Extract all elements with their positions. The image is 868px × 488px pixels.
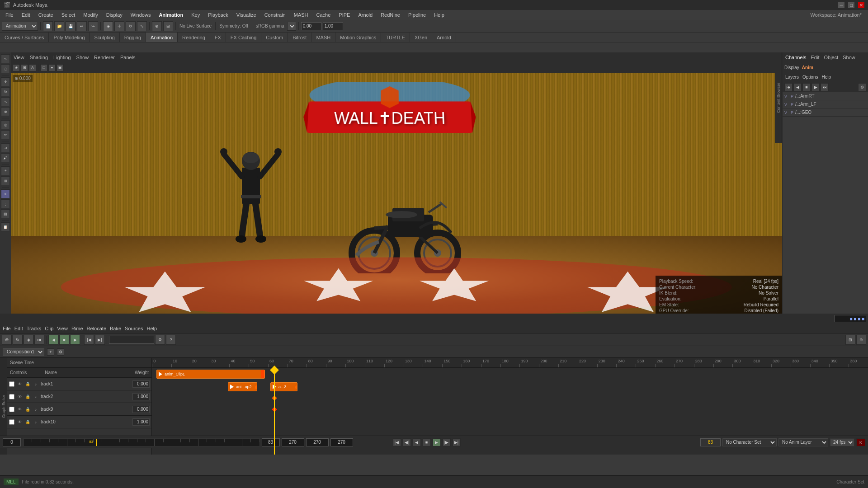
step-fwd[interactable]: |▶	[443, 438, 451, 446]
edit-tab[interactable]: Edit	[811, 55, 819, 60]
trax-menu-edit[interactable]: Edit	[14, 326, 23, 331]
track1-mute-icon[interactable]: ♪	[33, 381, 39, 387]
track10-checkbox[interactable]	[9, 419, 14, 425]
track9-mute-icon[interactable]: ♪	[33, 406, 39, 413]
tab-turtle[interactable]: TURTLE	[381, 33, 410, 42]
tab-xgen[interactable]: XGen	[410, 33, 432, 42]
tab-sculpting[interactable]: Sculpting	[90, 33, 120, 42]
menu-cache[interactable]: Cache	[313, 11, 335, 19]
track1-eye-icon[interactable]: 👁	[16, 381, 23, 387]
tab-motion-graphics[interactable]: Motion Graphics	[335, 33, 381, 42]
animation-mode-dropdown[interactable]: Animation	[2, 22, 38, 31]
attr-editor-btn[interactable]: 📋	[1, 222, 10, 231]
frame-scrubber[interactable]: 83	[23, 438, 260, 446]
trax-help[interactable]: ?	[166, 335, 176, 345]
trax-grid-toggle[interactable]: ⊞	[845, 335, 855, 345]
shelf-snap[interactable]: ⊕	[152, 21, 162, 31]
move-tool[interactable]: ✛	[1, 77, 10, 86]
track2-lock-icon[interactable]: 🔒	[24, 394, 31, 400]
menu-key[interactable]: Key	[188, 11, 203, 19]
tab-bifrost[interactable]: Bifrost	[288, 33, 311, 42]
trax-select-all[interactable]: ◈	[24, 335, 33, 345]
shelf-save[interactable]: 💾	[66, 21, 75, 31]
menu-select[interactable]: Select	[58, 11, 79, 19]
minimize-button[interactable]: ─	[838, 2, 844, 8]
viewport-menu-lighting[interactable]: Lighting	[53, 55, 71, 60]
viewport-menu-view[interactable]: View	[14, 55, 24, 60]
trax-options[interactable]: ⚙	[155, 335, 165, 345]
trax-menu-clip[interactable]: Clip	[45, 326, 53, 331]
trax-next-frame[interactable]: ▶|	[95, 335, 105, 345]
ch-p-1[interactable]: P	[791, 94, 795, 99]
menu-animation[interactable]: Animation	[155, 11, 187, 19]
track2-checkbox[interactable]	[9, 394, 14, 399]
maximize-button[interactable]: □	[848, 2, 854, 8]
ch-v-1[interactable]: V	[784, 94, 791, 99]
track10-lock-icon[interactable]: 🔒	[24, 419, 31, 425]
track9-checkbox[interactable]	[9, 407, 14, 412]
trax-comp-options[interactable]: ⚙	[57, 348, 64, 356]
shelf-rotate[interactable]: ↻	[126, 21, 136, 31]
trax-key-prev[interactable]: ⏮	[34, 335, 44, 345]
track9-weight[interactable]	[132, 406, 150, 413]
ch-p-3[interactable]: P	[791, 110, 795, 115]
shelf-move[interactable]: ✛	[114, 21, 124, 31]
go-to-start[interactable]: |◀	[393, 438, 401, 446]
vp-smooth[interactable]: ●	[48, 64, 56, 71]
track9-lock-icon[interactable]: 🔒	[24, 406, 31, 413]
vp-select-camera[interactable]: ◈	[13, 64, 20, 71]
trax-menu-sources[interactable]: Sources	[125, 326, 143, 331]
anim-tab[interactable]: Anim	[802, 65, 813, 70]
viewport-menu-renderer[interactable]: Renderer	[94, 55, 115, 60]
viewport-menu-panels[interactable]: Panels	[120, 55, 136, 60]
viewport-menu-shading[interactable]: Shading	[30, 55, 48, 60]
options-tab[interactable]: Options	[802, 75, 818, 80]
trax-menu-tracks[interactable]: Tracks	[27, 326, 42, 331]
clip-anim1[interactable]: anim_Clip1	[156, 370, 265, 379]
shelf-scale[interactable]: ⤡	[137, 21, 147, 31]
tab-rigging[interactable]: Rigging	[120, 33, 146, 42]
fps-dropdown[interactable]: 24 fps 30 fps	[830, 438, 854, 446]
trax-menu-view[interactable]: View	[57, 326, 68, 331]
graph-editor-btn[interactable]: ≈	[1, 189, 10, 198]
orient-joint[interactable]: ⊞	[1, 176, 10, 185]
trax-prev-frame[interactable]: |◀	[84, 335, 94, 345]
track2-weight[interactable]	[132, 393, 150, 400]
paint-select[interactable]: ✏	[1, 130, 10, 139]
range-start-input[interactable]	[282, 438, 304, 446]
menu-rednine[interactable]: RedNine	[377, 11, 404, 19]
menu-modify[interactable]: Modify	[80, 11, 101, 19]
vp-toggle-aa[interactable]: A	[29, 64, 36, 71]
vp-texture[interactable]: ▣	[57, 64, 64, 71]
trax-menu-file[interactable]: File	[3, 326, 11, 331]
soft-select[interactable]: ◎	[1, 120, 10, 129]
track2-mute-icon[interactable]: ♪	[33, 394, 39, 400]
clip-anim2[interactable]: ani...up2	[228, 382, 257, 391]
trax-add-clip[interactable]: ⊕	[2, 335, 12, 345]
gamma-dropdown[interactable]: ▼	[287, 22, 296, 31]
tab-poly-modeling[interactable]: Poly Modeling	[49, 33, 90, 42]
go-to-end[interactable]: ▶|	[453, 438, 461, 446]
range-end-input[interactable]	[306, 438, 329, 446]
val1-input[interactable]: 0.00	[301, 22, 321, 30]
dope-sheet-btn[interactable]: ⋮	[1, 199, 10, 208]
tab-arnold[interactable]: Arnold	[432, 33, 456, 42]
close-button[interactable]: ✕	[858, 2, 864, 8]
vp-toggle-grid[interactable]: ⊞	[21, 64, 28, 71]
current-frame-input[interactable]	[262, 438, 280, 446]
channel-value-input[interactable]	[835, 315, 866, 322]
trax-snap-toggle[interactable]: ⊕	[856, 335, 866, 345]
track10-weight[interactable]	[132, 418, 150, 426]
menu-pipe[interactable]: PIPE	[335, 11, 354, 19]
trax-menu-help[interactable]: Help	[146, 326, 157, 331]
ch-p-2[interactable]: P	[791, 102, 795, 107]
menu-mash[interactable]: MASH	[290, 11, 312, 19]
stop-btn[interactable]: ■	[423, 438, 431, 446]
track10-mute-icon[interactable]: ♪	[33, 419, 39, 425]
track2-eye-icon[interactable]: 👁	[16, 394, 23, 400]
trax-editor-btn[interactable]: ▤	[1, 209, 10, 218]
help-tab[interactable]: Help	[821, 75, 831, 80]
menu-display[interactable]: Display	[103, 11, 126, 19]
track1-checkbox[interactable]	[9, 381, 14, 387]
trax-comp-add[interactable]: +	[47, 348, 54, 356]
